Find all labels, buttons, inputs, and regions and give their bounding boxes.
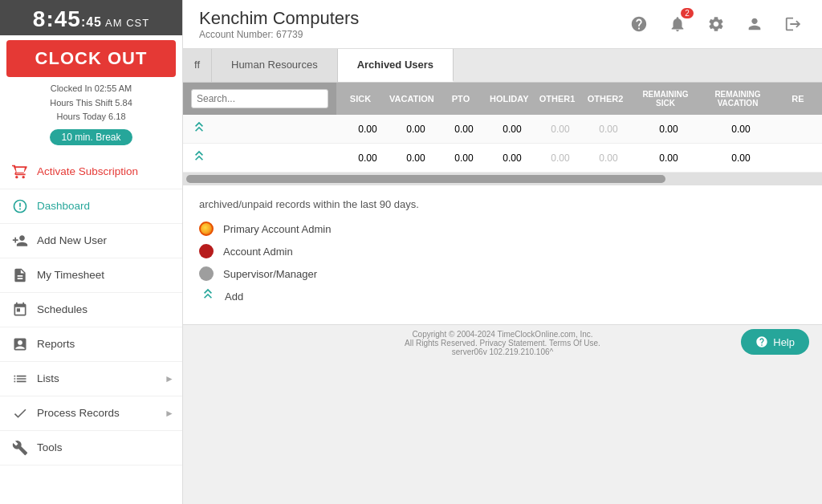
row2-other2: 0.00: [584, 148, 633, 169]
search-input[interactable]: [191, 89, 328, 108]
tab-human-resources[interactable]: Human Resources: [212, 49, 338, 82]
dashboard-icon: [11, 197, 29, 215]
row2-icon: [191, 150, 207, 166]
legend-item-add[interactable]: Add: [199, 289, 806, 303]
legend-item-primary-admin: Primary Account Admin: [199, 222, 806, 236]
legend-item-supervisor: Supervisor/Manager: [199, 266, 806, 281]
sidebar-item-label-dashboard: Dashboard: [37, 200, 90, 212]
table-row: 0.00 0.00 0.00 0.00 0.00 0.00 0.00 0.00: [183, 144, 822, 173]
col-vacation: VACATION: [385, 87, 437, 110]
col-remaining-sick: REMAININGSICK: [629, 83, 702, 114]
notification-icon[interactable]: 2: [665, 11, 690, 37]
legend-notice: archived/unpaid records within the last …: [199, 198, 806, 210]
company-name: Kenchim Computers: [199, 8, 359, 29]
tools-icon: [11, 439, 29, 457]
row1-pto: 0.00: [440, 119, 488, 140]
sidebar-item-activate-subscription[interactable]: Activate Subscription: [0, 155, 182, 189]
sidebar: 8:45:45AM CST CLOCK OUT Clocked In 02:55…: [0, 0, 183, 504]
sidebar-item-schedules[interactable]: Schedules: [0, 293, 182, 327]
account-number: Account Number: 67739: [199, 29, 359, 40]
legend-label-account-admin: Account Admin: [223, 246, 293, 258]
row1-remaining-sick: 0.00: [633, 119, 705, 140]
row2-vacation: 0.00: [392, 148, 440, 169]
main-content: Kenchim Computers Account Number: 67739 …: [183, 0, 822, 504]
primary-admin-dot: [199, 222, 214, 236]
settings-icon[interactable]: [703, 11, 729, 37]
scrollbar-thumb[interactable]: [186, 175, 665, 183]
sidebar-item-label-tools: Tools: [37, 441, 63, 453]
row2-pto: 0.00: [440, 148, 488, 169]
shift-info: Clocked In 02:55 AM Hours This Shift 5.8…: [0, 80, 182, 126]
row1-other2: 0.00: [584, 119, 633, 140]
legend-label-supervisor: Supervisor/Manager: [223, 268, 317, 280]
break-button[interactable]: 10 min. Break: [50, 129, 132, 145]
cart-icon: [11, 163, 29, 181]
clock-ampm-tz: AM CST: [105, 17, 149, 29]
row2-remaining-vacation: 0.00: [705, 148, 777, 169]
clock-display: 8:45:45AM CST: [0, 0, 182, 35]
user-profile-icon[interactable]: [742, 11, 767, 37]
horizontal-scrollbar[interactable]: [183, 173, 822, 185]
sidebar-item-process-records[interactable]: Process Records ►: [0, 396, 182, 431]
row-icon: [191, 121, 207, 137]
tab-off[interactable]: ff: [183, 49, 212, 82]
table-header: SICK VACATION PTO HOLIDAY OTHER1 OTHER2 …: [183, 83, 822, 115]
clock-out-button[interactable]: CLOCK OUT: [6, 40, 176, 77]
sidebar-item-my-timesheet[interactable]: My Timesheet: [0, 258, 182, 293]
row2-other1: 0.00: [536, 148, 584, 169]
col-holiday: HOLIDAY: [485, 87, 533, 110]
supervisor-dot: [199, 266, 214, 281]
lists-arrow-icon: ►: [165, 373, 174, 384]
sidebar-item-reports[interactable]: Reports: [0, 327, 182, 362]
help-button[interactable]: Help: [741, 329, 809, 355]
sidebar-item-label-reports: Reports: [37, 338, 75, 350]
logout-icon[interactable]: [780, 11, 806, 37]
col-other1: OTHER1: [533, 87, 581, 110]
hours-shift: Hours This Shift 5.84: [0, 96, 182, 111]
row2-holiday: 0.00: [488, 148, 536, 169]
timesheet-icon: [11, 266, 29, 284]
sidebar-item-label-my-timesheet: My Timesheet: [37, 269, 104, 281]
rights-text: All Rights Reserved. Privacy Statement. …: [188, 339, 817, 348]
legend-item-account-admin: Account Admin: [199, 244, 806, 258]
sidebar-item-lists[interactable]: Lists ►: [0, 362, 182, 396]
row1-vacation: 0.00: [392, 119, 440, 140]
sidebar-item-label-lists: Lists: [37, 372, 59, 384]
sidebar-item-label-activate-subscription: Activate Subscription: [37, 165, 138, 177]
sidebar-item-add-new-user[interactable]: Add New User: [0, 224, 182, 258]
add-icon: [199, 289, 217, 303]
row-name-cell: [183, 116, 344, 142]
help-button-label: Help: [773, 336, 795, 348]
copyright-text: Copyright © 2004-2024 TimeClockOnline.co…: [188, 330, 817, 339]
clock-time: 8:45: [33, 6, 81, 31]
sidebar-item-tools[interactable]: Tools: [0, 431, 182, 465]
hours-today: Hours Today 6.18: [0, 110, 182, 124]
sidebar-item-dashboard[interactable]: Dashboard: [0, 189, 182, 224]
calendar-icon: [11, 301, 29, 319]
col-remaining-vacation: REMAININGVACATION: [702, 83, 774, 114]
tab-archived-users[interactable]: Archived Users: [338, 49, 454, 82]
legend-area: archived/unpaid records within the last …: [183, 185, 822, 324]
sidebar-item-label-schedules: Schedules: [37, 303, 87, 315]
sidebar-item-label-add-new-user: Add New User: [37, 234, 107, 246]
footer: Copyright © 2004-2024 TimeClockOnline.co…: [183, 324, 822, 361]
clock-seconds: :45: [81, 15, 102, 29]
clocked-in-time: Clocked In 02:55 AM: [0, 82, 182, 96]
table-container: SICK VACATION PTO HOLIDAY OTHER1 OTHER2 …: [183, 83, 822, 185]
row1-holiday: 0.00: [488, 119, 536, 140]
account-admin-dot: [199, 244, 214, 258]
row2-sick: 0.00: [344, 148, 392, 169]
col-pto: PTO: [437, 87, 485, 110]
help-circle-icon[interactable]: [626, 11, 652, 37]
check-icon: [11, 404, 29, 422]
add-user-icon: [11, 232, 29, 250]
row1-sick: 0.00: [344, 119, 392, 140]
row1-other1: 0.00: [536, 119, 584, 140]
col-other2: OTHER2: [581, 87, 629, 110]
notification-badge: 2: [681, 8, 694, 18]
row1-remaining-vacation: 0.00: [705, 119, 777, 140]
header-icons: 2: [626, 11, 806, 37]
header: Kenchim Computers Account Number: 67739 …: [183, 0, 822, 49]
sidebar-item-label-process-records: Process Records: [37, 407, 120, 419]
legend-label-primary-admin: Primary Account Admin: [223, 223, 331, 235]
